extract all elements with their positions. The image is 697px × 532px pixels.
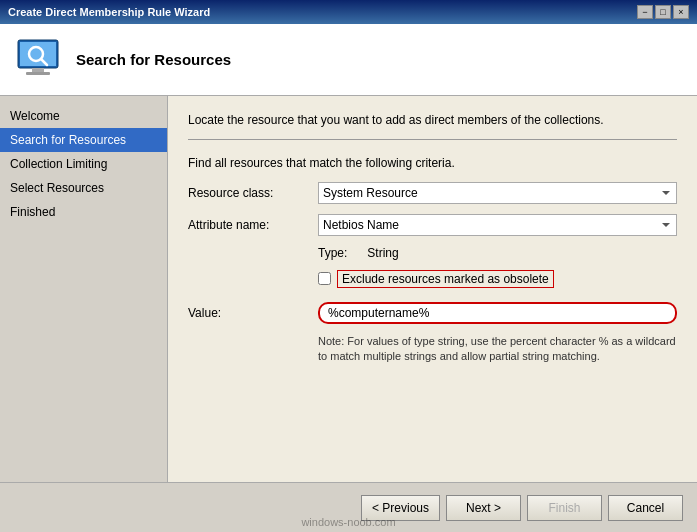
next-button[interactable]: Next > — [446, 495, 521, 521]
svg-rect-4 — [32, 68, 44, 72]
resource-class-label: Resource class: — [188, 186, 318, 200]
wizard-content: Locate the resource that you want to add… — [168, 96, 697, 482]
exclude-obsolete-checkbox[interactable] — [318, 272, 331, 285]
title-bar-text: Create Direct Membership Rule Wizard — [8, 6, 210, 18]
attribute-name-row: Attribute name: Netbios Name — [188, 214, 677, 236]
criteria-label: Find all resources that match the follow… — [188, 156, 677, 170]
sidebar-item-search[interactable]: Search for Resources — [0, 128, 167, 152]
content-description: Locate the resource that you want to add… — [188, 112, 677, 140]
type-label: Type: — [318, 246, 347, 260]
sidebar-item-collection[interactable]: Collection Limiting — [0, 152, 167, 176]
wizard-body: Welcome Search for Resources Collection … — [0, 96, 697, 482]
type-row: Type: String — [188, 246, 677, 260]
wizard-icon — [14, 36, 62, 84]
type-value: String — [367, 246, 398, 260]
sidebar: Welcome Search for Resources Collection … — [0, 96, 168, 482]
sidebar-item-select[interactable]: Select Resources — [0, 176, 167, 200]
svg-rect-1 — [20, 42, 56, 66]
sidebar-item-welcome[interactable]: Welcome — [0, 104, 167, 128]
value-input-wrap — [318, 302, 677, 324]
value-input[interactable] — [318, 302, 677, 324]
previous-button[interactable]: < Previous — [361, 495, 440, 521]
wizard-header: Search for Resources — [0, 24, 697, 96]
sidebar-item-finished[interactable]: Finished — [0, 200, 167, 224]
resource-class-select[interactable]: System Resource — [318, 182, 677, 204]
attribute-name-select[interactable]: Netbios Name — [318, 214, 677, 236]
resource-class-row: Resource class: System Resource — [188, 182, 677, 204]
wizard-header-title: Search for Resources — [76, 51, 231, 68]
cancel-button[interactable]: Cancel — [608, 495, 683, 521]
title-bar-controls: − □ × — [637, 5, 689, 19]
attribute-name-control: Netbios Name — [318, 214, 677, 236]
wizard-footer: < Previous Next > Finish Cancel — [0, 482, 697, 532]
minimize-button[interactable]: − — [637, 5, 653, 19]
close-button[interactable]: × — [673, 5, 689, 19]
resource-class-control: System Resource — [318, 182, 677, 204]
finish-button[interactable]: Finish — [527, 495, 602, 521]
exclude-obsolete-label: Exclude resources marked as obsolete — [337, 270, 554, 288]
maximize-button[interactable]: □ — [655, 5, 671, 19]
checkbox-row: Exclude resources marked as obsolete — [188, 270, 677, 288]
value-label: Value: — [188, 306, 318, 320]
title-bar: Create Direct Membership Rule Wizard − □… — [0, 0, 697, 24]
attribute-name-label: Attribute name: — [188, 218, 318, 232]
value-row: Value: — [188, 302, 677, 324]
svg-rect-5 — [26, 72, 50, 75]
note-text: Note: For values of type string, use the… — [188, 334, 677, 365]
